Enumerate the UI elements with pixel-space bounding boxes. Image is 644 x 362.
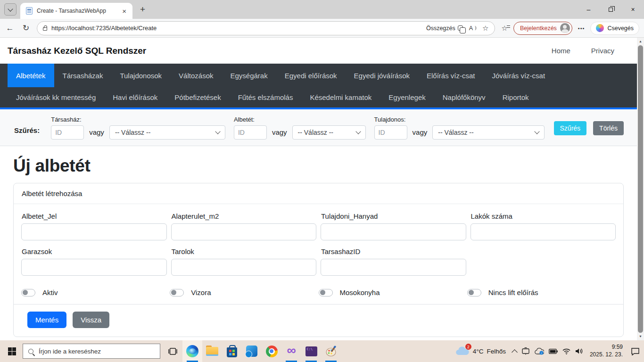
site-brand[interactable]: Társasház Kezelő SQL Rendszer [8, 46, 146, 56]
back-button[interactable]: Vissza [73, 312, 109, 328]
nav-item-eloiras-vizcsat[interactable]: Előírás víz-csat [418, 64, 484, 87]
start-button[interactable] [2, 340, 22, 362]
wifi-icon[interactable] [562, 348, 570, 354]
minimize-button[interactable]: – [578, 0, 600, 19]
nincs-lift-toggle[interactable] [467, 289, 481, 296]
tulajdonos-select[interactable]: -- Válassz -- [432, 125, 545, 140]
nav-item-egyedi-eloirasok[interactable]: Egyedi előírások [276, 64, 346, 87]
page-scrollbar[interactable]: ▲ ▼ [637, 38, 644, 340]
nav-item-naplofokonyv[interactable]: Naplófőkönyv [434, 87, 494, 107]
albetet-jel-input[interactable] [21, 223, 167, 240]
label-tarsashazid: TarsashazID [321, 247, 466, 255]
taskbar-edge-button[interactable] [182, 340, 202, 362]
copilot-label: Csevegés [607, 25, 634, 32]
svg-text:i: i [541, 352, 542, 354]
nav-item-futes-elszamolas[interactable]: Fűtés elszámolás [230, 87, 302, 107]
scrollbar-thumb[interactable] [638, 45, 643, 333]
link-home[interactable]: Home [552, 47, 570, 55]
save-button[interactable]: Mentés [27, 312, 66, 328]
browser-titlebar: Create - TarsashazWebApp × + – × [0, 0, 644, 19]
albetet-id-input[interactable] [234, 125, 267, 140]
nav-item-riportok[interactable]: Riportok [494, 87, 537, 107]
filter-group-label: Albetét: [234, 116, 366, 123]
restore-button[interactable] [600, 0, 622, 19]
onedrive-cloud-icon[interactable]: i [535, 348, 544, 355]
tarsashaz-select-value: -- Válassz -- [115, 129, 150, 136]
tulajdonos-id-input[interactable] [374, 125, 407, 140]
taskbar-terminal-button[interactable]: C:\ [301, 340, 321, 362]
address-bar[interactable]: https://localhost:7235/Albetetek/Create … [37, 21, 495, 35]
alapterulet-input[interactable] [171, 223, 317, 240]
nav-item-jovairas-vizcsat[interactable]: Jóváírás víz-csat [484, 64, 554, 87]
taskbar-outlook-button[interactable] [242, 340, 262, 362]
refresh-button[interactable]: ↻ [21, 23, 31, 33]
tulajdoni-hanyad-input[interactable] [321, 223, 466, 240]
tray-expand-icon[interactable] [512, 349, 518, 355]
tab-actions-menu-button[interactable] [4, 3, 17, 16]
back-button[interactable]: ← [5, 24, 15, 33]
battery-icon[interactable] [549, 349, 558, 354]
browser-toolbar: ← ↻ https://localhost:7235/Albetetek/Cre… [0, 19, 644, 38]
taskbar-explorer-button[interactable] [202, 340, 222, 362]
system-tray: 2 4°C Felhős i 9:59 2025. 12. 23. [455, 344, 642, 358]
action-center-icon[interactable] [631, 347, 640, 355]
taskbar-store-button[interactable] [222, 340, 242, 362]
taskbar-search[interactable] [23, 344, 160, 359]
tarsashaz-id-input[interactable] [51, 125, 84, 140]
filter-clear-button[interactable]: Törlés [593, 121, 624, 135]
scroll-down-icon[interactable]: ▼ [639, 334, 642, 339]
summarize-button[interactable]: Összegzés [426, 25, 463, 32]
taskbar-visual-studio-button[interactable]: ∞ [281, 340, 301, 362]
favorites-list-icon[interactable]: ☆ [502, 24, 508, 33]
volume-icon[interactable] [575, 348, 583, 354]
new-tab-button[interactable]: + [140, 4, 145, 15]
nav-item-jovairasok-kk[interactable]: Jóváírások kk mentesség [8, 87, 104, 107]
sign-in-button[interactable]: Bejelentkezés [513, 22, 572, 35]
cast-display-icon[interactable] [521, 347, 530, 355]
clock-time: 9:59 [590, 344, 623, 351]
browser-menu-button[interactable]: ••• [578, 25, 585, 31]
nav-item-tarsashazak[interactable]: Társasházak [54, 64, 112, 87]
tab-close-icon[interactable]: × [121, 7, 128, 15]
nav-item-egyedi-jovairasok[interactable]: Egyedi jóváírások [346, 64, 418, 87]
mosokonyha-toggle-label: Mosokonyha [340, 288, 380, 296]
taskbar-search-input[interactable] [39, 348, 155, 355]
read-aloud-button[interactable]: A [469, 25, 476, 32]
copilot-chat-button[interactable]: Csevegés [590, 22, 639, 35]
microsoft-store-icon [227, 347, 237, 357]
nav-item-potbefizetesek[interactable]: Pótbefizetések [166, 87, 229, 107]
task-view-button[interactable] [163, 340, 182, 362]
nav-item-havi-eloirasok[interactable]: Havi előírások [104, 87, 166, 107]
taskbar-clock[interactable]: 9:59 2025. 12. 23. [590, 344, 623, 358]
weather-temp: 4°C [473, 348, 484, 355]
nav-item-kesedelmi-kamatok[interactable]: Késedelmi kamatok [301, 87, 380, 107]
nav-item-tulajdonosok[interactable]: Tulajdonosok [111, 64, 170, 87]
outlook-icon [246, 346, 257, 357]
label-tarolok: Tarolok [172, 247, 317, 255]
taskbar-paint-button[interactable] [321, 340, 341, 362]
weather-widget[interactable]: 2 4°C Felhős [455, 346, 506, 356]
tulajdonos-select-value: -- Válassz -- [438, 129, 473, 136]
nav-row-2: Jóváírások kk mentesség Havi előírások P… [0, 87, 637, 107]
albetet-select[interactable]: -- Válassz -- [292, 125, 366, 140]
scroll-up-icon[interactable]: ▲ [639, 39, 642, 44]
tarolok-input[interactable] [171, 259, 317, 276]
nav-item-egyenlegek[interactable]: Egyenlegek [380, 87, 434, 107]
link-privacy[interactable]: Privacy [591, 47, 614, 55]
taskbar-chrome-button[interactable] [262, 340, 281, 362]
nav-item-valtozasok[interactable]: Változások [170, 64, 222, 87]
garazsok-input[interactable] [21, 259, 167, 276]
nav-item-albetetek[interactable]: Albetétek [8, 64, 54, 87]
add-favorite-icon[interactable]: ☆ [482, 24, 488, 33]
aktiv-toggle[interactable] [21, 289, 35, 296]
url-text[interactable]: https://localhost:7235/Albetetek/Create [51, 25, 422, 32]
vizora-toggle[interactable] [170, 289, 184, 296]
mosokonyha-toggle[interactable] [319, 289, 333, 296]
lakok-szama-input[interactable] [471, 223, 616, 240]
close-button[interactable]: × [622, 0, 644, 19]
nav-item-egysegarak[interactable]: Egységárak [222, 64, 276, 87]
tarsashazid-input[interactable] [321, 259, 466, 276]
tarsashaz-select[interactable]: -- Válassz -- [109, 125, 225, 140]
filter-apply-button[interactable]: Szűrés [554, 121, 587, 135]
browser-tab[interactable]: Create - TarsashazWebApp × [20, 3, 132, 19]
